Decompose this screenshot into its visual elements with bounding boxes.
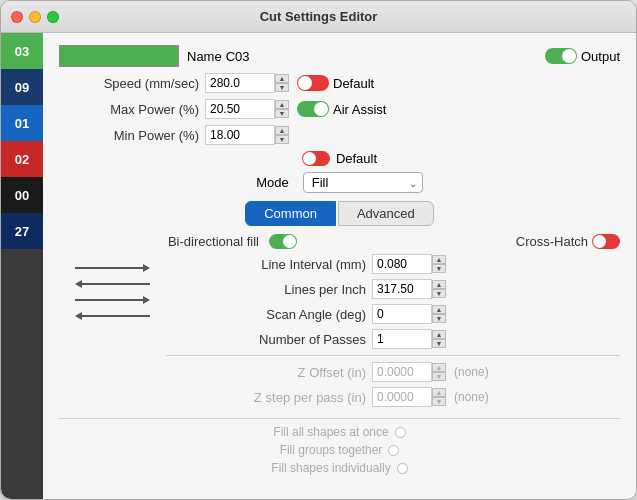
arrow-row-4 <box>75 312 150 320</box>
tab-advanced[interactable]: Advanced <box>338 201 434 226</box>
fill-options-section: Fill all shapes at once Fill groups toge… <box>59 425 620 475</box>
main-window: Cut Settings Editor 03 09 01 02 00 27 <box>0 0 637 500</box>
default-toggle[interactable] <box>297 75 329 91</box>
mode-select[interactable]: Fill Cut Scan <box>303 172 423 193</box>
titlebar-buttons <box>11 11 59 23</box>
min-power-label: Min Power (%) <box>59 128 199 143</box>
line-interval-up[interactable]: ▲ <box>432 255 446 264</box>
line-interval-input[interactable] <box>372 254 432 274</box>
sidebar-item-03[interactable]: 03 <box>1 33 43 69</box>
mode-select-wrapper: Fill Cut Scan ⌄ <box>303 172 423 193</box>
z-offset-none: (none) <box>454 365 489 379</box>
scan-angle-up[interactable]: ▲ <box>432 305 446 314</box>
max-power-up[interactable]: ▲ <box>275 100 289 109</box>
scan-angle-down[interactable]: ▼ <box>432 314 446 323</box>
z-offset-down[interactable]: ▼ <box>432 372 446 381</box>
fill-groups-row: Fill groups together <box>280 443 400 457</box>
max-power-label: Max Power (%) <box>59 102 199 117</box>
output-toggle[interactable] <box>545 48 577 64</box>
line-interval-down[interactable]: ▼ <box>432 264 446 273</box>
lines-per-inch-up[interactable]: ▲ <box>432 280 446 289</box>
sidebar-item-02[interactable]: 02 <box>1 141 43 177</box>
arrow-line-2 <box>82 283 150 285</box>
mode-label: Mode <box>256 175 289 190</box>
num-passes-input[interactable] <box>372 329 432 349</box>
speed-spinner: ▲ ▼ <box>275 74 289 92</box>
z-offset-input[interactable] <box>372 362 432 382</box>
z-offset-spinner: ▲ ▼ <box>432 363 446 381</box>
min-power-up[interactable]: ▲ <box>275 126 289 135</box>
speed-up[interactable]: ▲ <box>275 74 289 83</box>
z-offset-up[interactable]: ▲ <box>432 363 446 372</box>
speed-down[interactable]: ▼ <box>275 83 289 92</box>
air-assist-toggle[interactable] <box>297 101 329 117</box>
bi-fill-toggle-knob <box>283 235 296 248</box>
arrow-row-1 <box>75 264 150 272</box>
params-section: Line Interval (mm) ▲ ▼ Lines per Inch ▲ <box>166 254 620 412</box>
z-step-up[interactable]: ▲ <box>432 388 446 397</box>
fill-all-radio[interactable] <box>395 427 406 438</box>
divider-2 <box>59 418 620 419</box>
min-power-down[interactable]: ▼ <box>275 135 289 144</box>
default2-toggle[interactable] <box>302 151 330 166</box>
fill-groups-label: Fill groups together <box>280 443 383 457</box>
line-interval-spinner: ▲ ▼ <box>432 255 446 273</box>
color-swatch[interactable] <box>59 45 179 67</box>
sidebar-item-09[interactable]: 09 <box>1 69 43 105</box>
z-step-input[interactable] <box>372 387 432 407</box>
z-offset-label: Z Offset (in) <box>166 365 366 380</box>
min-power-input[interactable] <box>205 125 275 145</box>
line-interval-label: Line Interval (mm) <box>166 257 366 272</box>
cross-hatch-label: Cross-Hatch <box>516 234 588 249</box>
cross-hatch-toggle[interactable] <box>592 234 620 249</box>
maximize-button[interactable] <box>47 11 59 23</box>
editor-area: Name C03 Output Speed (mm/sec) ▲ ▼ <box>43 33 636 499</box>
sidebar-item-00[interactable]: 00 <box>1 177 43 213</box>
fill-individually-row: Fill shapes individually <box>271 461 407 475</box>
fill-all-label: Fill all shapes at once <box>273 425 388 439</box>
z-step-down[interactable]: ▼ <box>432 397 446 406</box>
default2-label: Default <box>336 151 377 166</box>
sidebar: 03 09 01 02 00 27 <box>1 33 43 499</box>
arrow-line-1 <box>75 267 143 269</box>
fill-groups-radio[interactable] <box>388 445 399 456</box>
min-power-row: Min Power (%) ▲ ▼ <box>59 125 620 145</box>
z-step-row: Z step per pass (in) ▲ ▼ (none) <box>166 387 620 407</box>
arrowhead-left-2 <box>75 280 82 288</box>
lines-per-inch-spinner: ▲ ▼ <box>432 280 446 298</box>
lines-per-inch-input[interactable] <box>372 279 432 299</box>
scan-angle-input[interactable] <box>372 304 432 324</box>
sidebar-item-01[interactable]: 01 <box>1 105 43 141</box>
max-power-row: Max Power (%) ▲ ▼ Air Assist <box>59 99 620 119</box>
fill-individually-label: Fill shapes individually <box>271 461 390 475</box>
minimize-button[interactable] <box>29 11 41 23</box>
num-passes-down[interactable]: ▼ <box>432 339 446 348</box>
name-label: Name <box>187 49 222 64</box>
bi-fill-toggle[interactable] <box>269 234 297 249</box>
air-assist-label: Air Assist <box>333 102 386 117</box>
arrows-visual <box>75 264 150 320</box>
speed-input[interactable] <box>205 73 275 93</box>
lines-per-inch-down[interactable]: ▼ <box>432 289 446 298</box>
lines-per-inch-label: Lines per Inch <box>166 282 366 297</box>
sidebar-item-27[interactable]: 27 <box>1 213 43 249</box>
main-content: 03 09 01 02 00 27 Name C03 <box>1 33 636 499</box>
default-label: Default <box>333 76 374 91</box>
fill-individually-radio[interactable] <box>397 463 408 474</box>
arrows-params-section: Line Interval (mm) ▲ ▼ Lines per Inch ▲ <box>59 254 620 412</box>
min-power-spinner: ▲ ▼ <box>275 126 289 144</box>
line-interval-row: Line Interval (mm) ▲ ▼ <box>166 254 620 274</box>
num-passes-up[interactable]: ▲ <box>432 330 446 339</box>
mode-row: Mode Fill Cut Scan ⌄ <box>59 172 620 193</box>
tab-common[interactable]: Common <box>245 201 336 226</box>
max-power-input[interactable] <box>205 99 275 119</box>
bi-fill-label: Bi-directional fill <box>59 234 259 249</box>
close-button[interactable] <box>11 11 23 23</box>
max-power-down[interactable]: ▼ <box>275 109 289 118</box>
lines-per-inch-row: Lines per Inch ▲ ▼ <box>166 279 620 299</box>
arrowhead-right-1 <box>143 264 150 272</box>
window-title: Cut Settings Editor <box>260 9 378 24</box>
cross-hatch-toggle-knob <box>593 235 606 248</box>
speed-label: Speed (mm/sec) <box>59 76 199 91</box>
output-label: Output <box>581 49 620 64</box>
